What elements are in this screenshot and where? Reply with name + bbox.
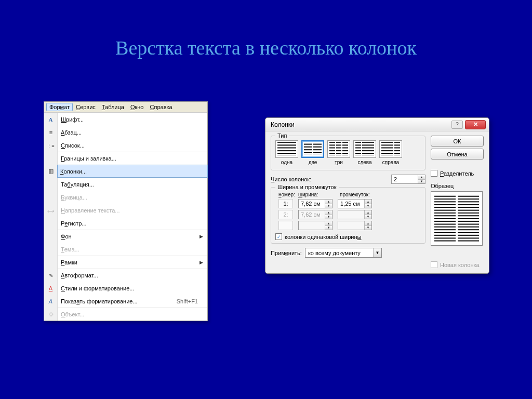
equal-width-checkbox[interactable]: ✓ <box>275 233 282 240</box>
menu-item-font[interactable]: Шрифт... <box>58 113 207 126</box>
type-three[interactable]: три <box>327 140 350 165</box>
menubar-window[interactable]: Окно <box>127 103 147 111</box>
theme-icon <box>44 243 57 256</box>
gap-1-input[interactable]: ▲▼ <box>338 199 372 208</box>
menu-item-textdir: Направление текста... <box>58 204 207 217</box>
type-one[interactable]: одна <box>275 140 298 165</box>
menu-item-frames[interactable]: Рамки▶ <box>58 256 207 269</box>
autoformat-icon <box>44 269 57 282</box>
type-left[interactable]: слева <box>353 140 376 165</box>
columns-icon <box>44 165 57 178</box>
menu-item-register[interactable]: Регистр... <box>58 217 207 230</box>
styles-icon <box>44 282 57 295</box>
preview-column <box>458 195 479 242</box>
apply-combo[interactable]: ▼ <box>305 248 382 258</box>
width-row-2: 2: ▲▼ ▲▼ <box>278 210 421 219</box>
font-icon <box>44 113 57 126</box>
dialog-titlebar: Колонки ? ✕ <box>265 118 489 131</box>
tabs-icon <box>44 178 57 191</box>
columns-dialog: Колонки ? ✕ Тип одна две <box>265 117 489 274</box>
width-group: Ширина и промежуток номер: ширина: проме… <box>271 187 425 244</box>
dropcap-icon <box>44 191 57 204</box>
width-2-input: ▲▼ <box>298 210 332 219</box>
menu-body: Шрифт... Абзац... Список... Границы и за… <box>44 113 207 321</box>
menu-item-list[interactable]: Список... <box>58 139 207 152</box>
textdir-icon <box>44 204 57 217</box>
close-button[interactable]: ✕ <box>465 120 486 129</box>
ok-button[interactable]: ОК <box>431 136 484 147</box>
apply-label: Применить: <box>271 250 302 256</box>
spin-up-icon[interactable]: ▲ <box>418 175 425 180</box>
menu-item-theme: Тема... <box>58 243 207 256</box>
dialog-title: Колонки <box>271 121 295 128</box>
menu-item-styles[interactable]: Стили и форматирование... <box>58 282 207 295</box>
width-row-3: ▲▼ ▲▼ <box>278 221 421 230</box>
width-row-1: 1: ▲▼ ▲▼ <box>278 199 421 208</box>
type-right[interactable]: справа <box>379 140 402 165</box>
count-label: Число колонок: <box>271 176 311 182</box>
separator-label: Разделитель <box>440 170 474 177</box>
width-group-label: Ширина и промежуток <box>275 184 339 190</box>
submenu-arrow-icon: ▶ <box>200 260 203 265</box>
help-button[interactable]: ? <box>451 121 463 129</box>
showfmt-icon <box>44 295 57 308</box>
width-headers: номер: ширина: промежуток: <box>278 192 421 197</box>
gap-3-input: ▲▼ <box>338 221 372 230</box>
shortcut-label: Shift+F1 <box>177 298 203 304</box>
spin-down-icon[interactable]: ▼ <box>418 180 425 184</box>
menu-item-dropcap: Буквица... <box>58 191 207 204</box>
equal-width-row[interactable]: ✓ колонки одинаковой ширины <box>275 233 421 240</box>
type-group-label: Тип <box>275 132 289 139</box>
menu-list: Шрифт... Абзац... Список... Границы и за… <box>58 113 207 321</box>
menubar: Формат Сервис Таблица Окно Справка <box>44 102 207 113</box>
preview-column <box>434 195 456 242</box>
equal-width-label: колонки одинаковой ширины <box>285 234 362 240</box>
borders-icon <box>44 152 57 165</box>
newcol-checkbox <box>431 261 437 268</box>
newcol-row: Новая колонка <box>431 261 484 268</box>
menubar-format[interactable]: Формат <box>46 103 73 111</box>
gap-2-input: ▲▼ <box>338 210 372 219</box>
menu-item-paragraph[interactable]: Абзац... <box>58 126 207 139</box>
type-group: Тип одна две три <box>271 136 425 170</box>
newcol-label: Новая колонка <box>440 262 480 268</box>
register-icon <box>44 217 57 230</box>
separator-row[interactable]: Разделитель <box>431 170 484 177</box>
menu-item-background[interactable]: Фон▶ <box>58 230 207 243</box>
width-1-input[interactable]: ▲▼ <box>298 199 332 208</box>
frames-icon <box>44 256 57 269</box>
menu-item-borders[interactable]: Границы и заливка... <box>58 152 207 165</box>
cancel-button[interactable]: Отмена <box>431 149 484 159</box>
menu-item-revealfmt[interactable]: Показать форматирование...Shift+F1 <box>58 295 207 308</box>
count-row: Число колонок: ▲▼ <box>271 175 425 184</box>
separator-checkbox[interactable] <box>431 170 437 177</box>
menu-icon-column <box>44 113 58 321</box>
menu-item-autoformat[interactable]: Автоформат... <box>58 269 207 282</box>
menubar-service[interactable]: Сервис <box>73 103 99 111</box>
format-menu-window: Формат Сервис Таблица Окно Справка Шрифт… <box>44 101 208 321</box>
object-icon <box>44 308 57 321</box>
menubar-help[interactable]: Справка <box>147 103 176 111</box>
paragraph-icon <box>44 126 57 139</box>
combo-arrow-icon[interactable]: ▼ <box>373 248 381 257</box>
menu-item-tabs[interactable]: Табуляция... <box>58 178 207 191</box>
submenu-arrow-icon: ▶ <box>200 234 203 239</box>
slide-title: Верстка текста в несколько колонок <box>0 36 532 59</box>
preview-label: Образец <box>431 183 484 189</box>
count-input[interactable]: ▲▼ <box>391 175 425 184</box>
background-icon <box>44 230 57 243</box>
menubar-table[interactable]: Таблица <box>99 103 127 111</box>
type-two[interactable]: две <box>301 140 324 165</box>
apply-row: Применить: ▼ <box>271 248 425 258</box>
list-icon <box>44 139 57 152</box>
preview-box <box>431 191 483 246</box>
menu-item-object: Объект... <box>58 308 207 321</box>
menu-item-columns[interactable]: Колонки... <box>57 165 208 178</box>
width-3-input: ▲▼ <box>298 221 332 230</box>
